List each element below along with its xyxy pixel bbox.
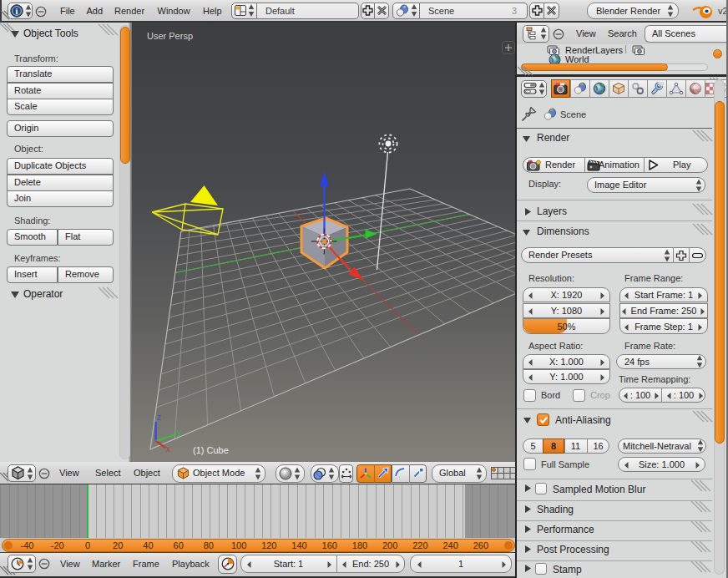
svg-text:y: y xyxy=(177,428,181,437)
svg-text:z: z xyxy=(157,413,161,422)
svg-text:(1) Cube: (1) Cube xyxy=(193,445,229,455)
svg-text:User Persp: User Persp xyxy=(147,31,193,41)
svg-text:x: x xyxy=(166,444,170,454)
svg-text:i: i xyxy=(16,6,18,15)
